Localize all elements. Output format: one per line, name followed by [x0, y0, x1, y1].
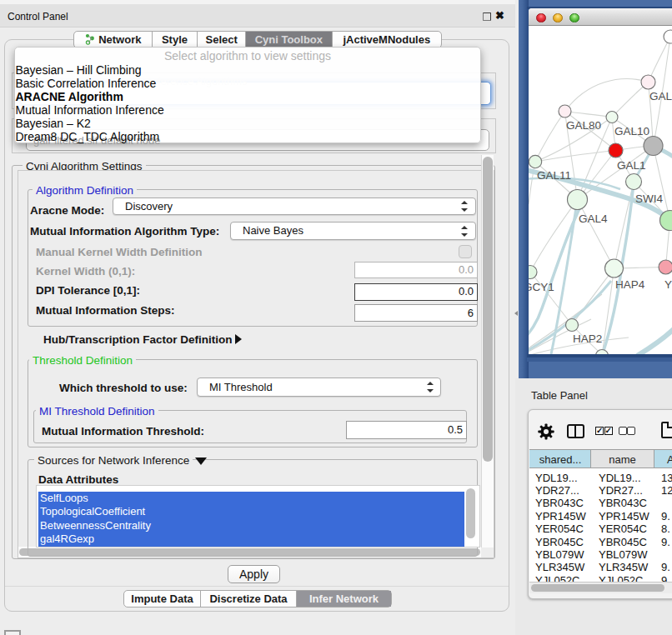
svg-text:GAL1: GAL1 [617, 159, 646, 172]
svg-text:GCY1: GCY1 [529, 281, 554, 293]
svg-text:HAP4: HAP4 [615, 278, 645, 291]
svg-text:GAL2: GAL2 [649, 90, 672, 102]
svg-text:GAL4: GAL4 [579, 212, 608, 225]
svg-text:GAL80: GAL80 [566, 119, 601, 132]
svg-text:SWI4: SWI4 [635, 192, 663, 205]
svg-text:HAP2: HAP2 [573, 332, 602, 345]
svg-text:Y: Y [664, 278, 672, 291]
svg-text:GAL10: GAL10 [614, 125, 649, 138]
svg-text:GAL11: GAL11 [537, 169, 571, 182]
